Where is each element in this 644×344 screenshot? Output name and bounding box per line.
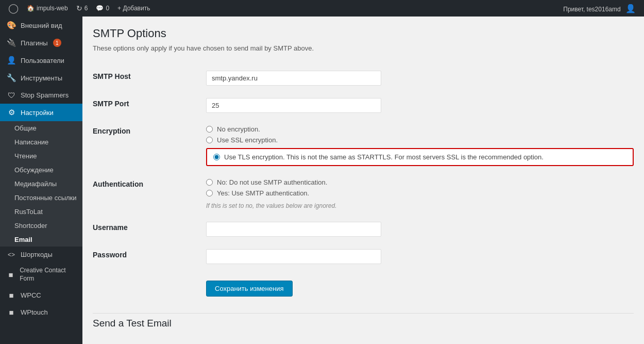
updates[interactable]: ↻ 6: [72, 0, 92, 17]
encryption-ssl-label: Use SSL encryption.: [217, 136, 278, 144]
auth-yes: Yes: Use SMTP authentication.: [206, 189, 634, 197]
password-row: Password: [93, 243, 634, 270]
encryption-no-radio[interactable]: [206, 126, 213, 133]
auth-no-label: No: Do not use SMTP authentication.: [217, 178, 327, 186]
auth-note: If this is set to no, the values below a…: [206, 202, 634, 209]
encryption-tls-radio[interactable]: [213, 154, 220, 160]
auth-yes-label: Yes: Use SMTP authentication.: [217, 189, 309, 197]
page-subtitle: These options only apply if you have cho…: [93, 44, 634, 52]
users-icon: 👤: [6, 56, 16, 65]
smtp-host-row: SMTP Host: [93, 64, 634, 92]
smtp-port-label: SMTP Port: [93, 92, 206, 119]
updates-icon: ↻: [76, 4, 82, 12]
user-greeting: Привет, tes2016amd 👤: [559, 4, 640, 13]
sidebar-item-stopspammers[interactable]: 🛡 Stop Spammers: [0, 87, 82, 104]
encryption-ssl-radio[interactable]: [206, 137, 213, 143]
ccf-label: Creative Contact Form: [20, 267, 76, 283]
submenu-reading[interactable]: Чтение: [0, 149, 82, 163]
smtp-host-input[interactable]: [206, 71, 381, 86]
submenu-media[interactable]: Медиафайлы: [0, 177, 82, 191]
encryption-no-label: No encryption.: [217, 125, 260, 133]
encryption-row: Encryption No encryption. Use SSL encryp…: [93, 119, 634, 172]
wpcc-icon: ■: [6, 291, 16, 300]
sidebar-item-settings[interactable]: ⚙ Настройки: [0, 104, 82, 121]
save-button[interactable]: Сохранить изменения: [206, 281, 293, 297]
encryption-tls-label: Use TLS encryption. This is not the same…: [224, 153, 544, 161]
site-name[interactable]: 🏠 impuls-web: [23, 0, 72, 17]
username-row: Username: [93, 216, 634, 243]
smtp-port-input[interactable]: [206, 98, 381, 113]
wptouch-icon: ■: [6, 308, 16, 317]
auth-yes-radio[interactable]: [206, 190, 213, 196]
submenu-email[interactable]: Email: [0, 233, 82, 247]
sidebar-item-users[interactable]: 👤 Пользователи: [0, 52, 82, 69]
ccf-icon: ■: [6, 270, 15, 279]
page-title: SMTP Options: [93, 27, 634, 40]
appearance-icon: 🎨: [6, 21, 16, 30]
home-icon: 🏠: [27, 5, 35, 12]
comments[interactable]: 💬 0: [92, 0, 113, 17]
submenu-writing[interactable]: Написание: [0, 135, 82, 149]
sidebar-item-appearance[interactable]: 🎨 Внешний вид: [0, 17, 82, 34]
username-label: Username: [93, 216, 206, 243]
tools-icon: 🔧: [6, 73, 16, 83]
password-label: Password: [93, 243, 206, 270]
plugins-icon: 🔌: [6, 38, 16, 47]
submenu-general[interactable]: Общие: [0, 121, 82, 135]
wp-icon: ◯: [8, 3, 19, 14]
sidebar-item-wptouch[interactable]: ■ WPtouch: [0, 304, 82, 321]
sidebar-item-tools[interactable]: 🔧 Инструменты: [0, 69, 82, 87]
comments-icon: 💬: [96, 5, 104, 12]
password-input[interactable]: [206, 249, 381, 264]
submenu-shortcoder[interactable]: Shortcoder: [0, 219, 82, 233]
wp-logo[interactable]: ◯: [4, 0, 23, 17]
encryption-ssl: Use SSL encryption.: [206, 136, 634, 144]
settings-submenu: Общие Написание Чтение Обсуждение Медиаф…: [0, 121, 82, 247]
authentication-options: No: Do not use SMTP authentication. Yes:…: [206, 178, 634, 209]
shortcodes-icon: <>: [6, 251, 16, 258]
sidebar-item-wpcc[interactable]: ■ WPCC: [0, 287, 82, 304]
submenu-discussion[interactable]: Обсуждение: [0, 163, 82, 177]
stopspammers-icon: 🛡: [6, 91, 16, 100]
smtp-port-row: SMTP Port: [93, 92, 634, 119]
settings-icon: ⚙: [6, 108, 16, 117]
send-test-row: Send a Test Email: [93, 303, 634, 335]
encryption-tls-highlighted: Use TLS encryption. This is not the same…: [206, 148, 634, 166]
add-new[interactable]: + Добавить: [113, 0, 154, 17]
smtp-form: SMTP Host SMTP Port Encryption: [93, 64, 634, 335]
content-area: SMTP Options These options only apply if…: [82, 17, 644, 344]
sidebar-item-shortcodes[interactable]: <> Шорткоды: [0, 247, 82, 263]
smtp-host-label: SMTP Host: [93, 64, 206, 92]
username-input[interactable]: [206, 222, 381, 237]
encryption-options: No encryption. Use SSL encryption. Use T…: [206, 125, 634, 166]
authentication-label: Authentication: [93, 172, 206, 216]
sidebar-item-plugins[interactable]: 🔌 Плагины 1: [0, 34, 82, 52]
encryption-label: Encryption: [93, 119, 206, 172]
auth-no-radio[interactable]: [206, 179, 213, 186]
sidebar: 🎨 Внешний вид 🔌 Плагины 1 👤 Пользователи…: [0, 17, 82, 344]
plugins-badge: 1: [53, 39, 61, 47]
sidebar-item-ccf[interactable]: ■ Creative Contact Form: [0, 263, 82, 287]
save-row: Сохранить изменения: [93, 270, 634, 303]
auth-no: No: Do not use SMTP authentication.: [206, 178, 634, 186]
user-avatar-icon: 👤: [625, 4, 636, 13]
submenu-permalinks[interactable]: Постоянные ссылки: [0, 191, 82, 205]
authentication-row: Authentication No: Do not use SMTP authe…: [93, 172, 634, 216]
admin-bar: ◯ 🏠 impuls-web ↻ 6 💬 0 + Добавить Привет…: [0, 0, 644, 17]
submenu-ruslat[interactable]: RusToLat: [0, 205, 82, 219]
send-test-title: Send a Test Email: [93, 313, 634, 329]
encryption-no: No encryption.: [206, 125, 634, 133]
